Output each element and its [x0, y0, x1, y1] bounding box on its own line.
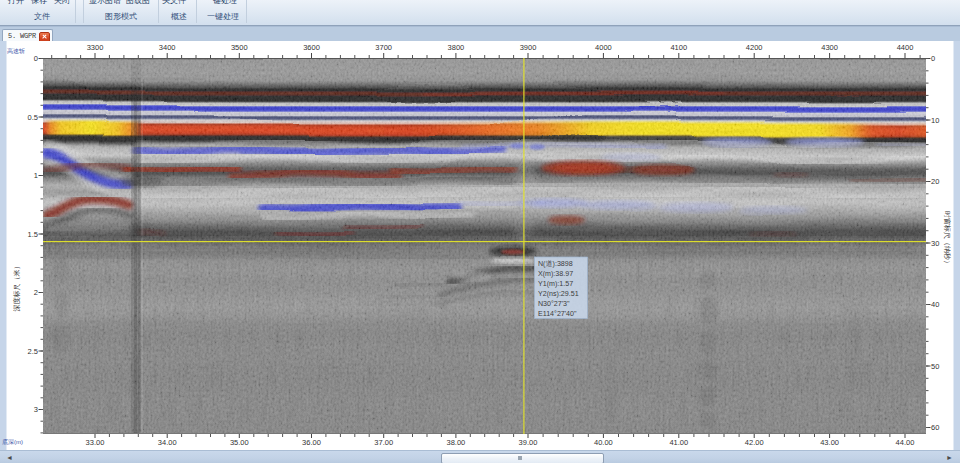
- svg-text:Y2(ns):29.51: Y2(ns):29.51: [538, 290, 579, 298]
- svg-text:44.00: 44.00: [896, 438, 915, 447]
- svg-text:39.00: 39.00: [519, 438, 538, 447]
- svg-text:Y1(m):1.57: Y1(m):1.57: [538, 280, 573, 288]
- svg-text:41.00: 41.00: [669, 438, 688, 447]
- svg-text:30: 30: [931, 239, 939, 248]
- svg-text:1: 1: [34, 171, 38, 180]
- svg-text:3300: 3300: [87, 43, 104, 52]
- svg-text:3600: 3600: [303, 43, 320, 52]
- svg-text:时窗标尺（纳秒）: 时窗标尺（纳秒）: [943, 211, 951, 267]
- svg-text:4000: 4000: [595, 43, 612, 52]
- svg-text:4400: 4400: [897, 43, 914, 52]
- svg-text:10: 10: [931, 116, 939, 125]
- svg-text:60: 60: [931, 423, 939, 432]
- svg-text:34.00: 34.00: [158, 438, 177, 447]
- svg-text:42.00: 42.00: [745, 438, 764, 447]
- svg-text:3900: 3900: [520, 43, 537, 52]
- svg-text:2: 2: [34, 288, 38, 297]
- svg-text:X(m):38.97: X(m):38.97: [538, 270, 573, 278]
- svg-text:40.00: 40.00: [594, 438, 613, 447]
- svg-text:3500: 3500: [231, 43, 248, 52]
- svg-text:37.00: 37.00: [374, 438, 393, 447]
- svg-text:40: 40: [931, 300, 939, 309]
- svg-text:深度标尺（米）: 深度标尺（米）: [13, 263, 21, 312]
- svg-text:33.00: 33.00: [86, 438, 105, 447]
- svg-text:4200: 4200: [746, 43, 763, 52]
- svg-text:0: 0: [931, 54, 935, 63]
- svg-text:3800: 3800: [448, 43, 465, 52]
- svg-text:43.00: 43.00: [820, 438, 839, 447]
- svg-text:高速斩: 高速斩: [7, 47, 25, 54]
- svg-text:36.00: 36.00: [302, 438, 321, 447]
- svg-text:35.00: 35.00: [230, 438, 249, 447]
- svg-text:50: 50: [931, 362, 939, 371]
- svg-text:3: 3: [34, 405, 38, 414]
- svg-text:1.5: 1.5: [28, 230, 38, 239]
- svg-text:38.00: 38.00: [447, 438, 466, 447]
- svg-text:底深(m): 底深(m): [2, 438, 23, 445]
- svg-text:0: 0: [34, 54, 38, 63]
- svg-text:4300: 4300: [821, 43, 838, 52]
- svg-text:3700: 3700: [375, 43, 392, 52]
- svg-text:N(道):3898: N(道):3898: [538, 260, 573, 268]
- svg-text:0.5: 0.5: [28, 113, 38, 122]
- svg-text:4100: 4100: [670, 43, 687, 52]
- svg-text:N30°27'3": N30°27'3": [538, 300, 570, 308]
- svg-text:3400: 3400: [159, 43, 176, 52]
- svg-text:E114°27'40": E114°27'40": [538, 310, 577, 318]
- svg-text:20: 20: [931, 177, 939, 186]
- svg-text:2.5: 2.5: [28, 347, 38, 356]
